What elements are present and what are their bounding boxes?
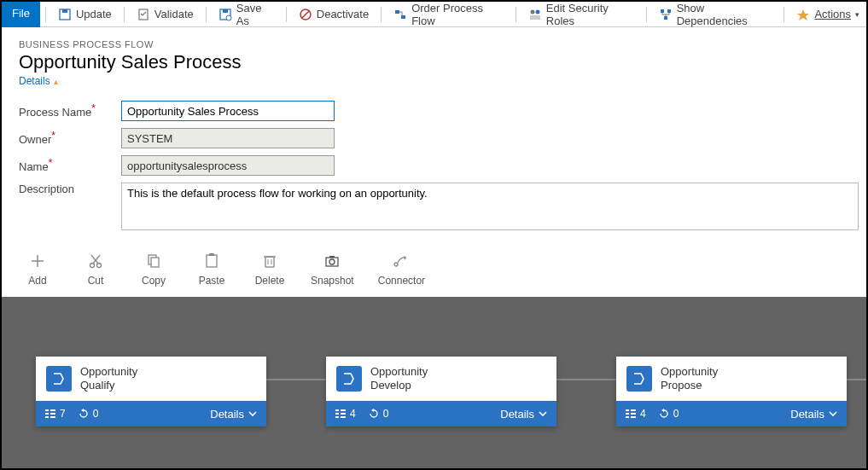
svg-rect-33 [329,256,335,258]
svg-rect-55 [631,416,636,418]
process-name-input[interactable] [121,101,335,121]
edit-security-label: Edit Security Roles [546,2,634,27]
separator [381,7,382,22]
designer-canvas[interactable]: OpportunityQualify 7 0 Details [2,297,866,470]
order-process-flow-button[interactable]: Order Process Flow [387,2,510,27]
stage-card[interactable]: OpportunityDevelop 4 0 Details [326,357,556,426]
stage-title: OpportunityDevelop [370,365,428,392]
stage-flag-icon [336,366,362,392]
step-count: 4 [625,408,646,420]
svg-point-20 [97,264,102,268]
deactivate-label: Deactivate [317,8,369,20]
stage-connector [266,379,326,380]
svg-rect-38 [45,416,49,418]
svg-rect-4 [223,9,228,13]
svg-rect-51 [626,413,629,415]
svg-rect-54 [631,413,636,415]
svg-rect-14 [667,9,671,13]
svg-marker-35 [404,256,406,260]
stage-details-button[interactable]: Details [500,408,548,421]
details-toggle[interactable]: Details ▴ [19,75,58,87]
description-input[interactable]: This is the default process flow for wor… [121,183,859,230]
page-title: Opportunity Sales Process [19,51,849,73]
stage-footer: 4 0 Details [326,401,556,426]
separator [516,7,516,22]
loop-icon [78,408,90,420]
chevron-down-icon [828,409,838,419]
svg-rect-40 [50,413,55,415]
chevron-down-icon [248,409,258,419]
order-flow-icon [393,8,407,21]
loop-icon [368,408,380,420]
svg-line-7 [302,11,309,18]
loop-icon [658,408,670,420]
svg-rect-48 [341,416,346,418]
separator [124,7,125,22]
svg-rect-52 [626,416,629,418]
connector-button[interactable]: Connector [378,252,425,287]
entity-type-label: BUSINESS PROCESS FLOW [19,39,849,49]
chevron-down-icon: ▾ [855,10,859,19]
svg-point-5 [226,15,231,20]
paste-button[interactable]: Paste [195,252,229,287]
branch-count: 0 [78,408,99,420]
file-menu[interactable]: File [2,2,40,27]
svg-rect-27 [265,257,274,267]
deactivate-button[interactable]: Deactivate [292,2,376,27]
steps-icon [625,408,637,420]
svg-rect-13 [661,9,664,13]
stage-flag-icon [46,366,72,392]
camera-icon [323,252,341,270]
stage-header: OpportunityPropose [616,357,847,401]
svg-rect-36 [45,409,49,411]
svg-marker-49 [371,409,374,412]
trash-icon [261,252,278,270]
stage-footer: 4 0 Details [616,401,847,426]
show-deps-label: Show Dependencies [677,2,772,27]
copy-button[interactable]: Copy [137,252,171,287]
svg-rect-12 [530,15,540,20]
owner-label: Owner* [19,130,121,146]
description-label: Description [19,183,121,195]
name-input[interactable] [121,155,335,176]
order-flow-label: Order Process Flow [411,2,504,27]
command-bar: File Update Validate Save As Deactivate … [2,2,866,27]
deactivate-icon [299,8,312,21]
page-header: BUSINESS PROCESS FLOW Opportunity Sales … [2,27,866,92]
designer-toolbar: Add Cut Copy Paste Delete Snapshot Conne… [2,246,866,297]
owner-input[interactable] [121,128,335,148]
step-count: 4 [335,408,356,420]
save-as-button[interactable]: Save As [212,2,281,27]
actions-menu[interactable]: Actions ▾ [789,2,866,27]
svg-point-11 [535,9,539,14]
svg-point-19 [90,264,95,268]
actions-label: Actions [814,8,851,20]
snapshot-button[interactable]: Snapshot [311,252,354,287]
svg-point-10 [530,9,534,14]
stage-card[interactable]: OpportunityQualify 7 0 Details [36,357,266,426]
svg-rect-39 [50,409,55,411]
stage-details-button[interactable]: Details [210,408,258,421]
steps-icon [335,408,347,420]
stage-details-button[interactable]: Details [790,408,838,421]
svg-rect-50 [626,409,629,411]
separator [45,7,46,22]
update-button[interactable]: Update [51,2,119,27]
delete-button[interactable]: Delete [253,252,287,287]
edit-security-roles-button[interactable]: Edit Security Roles [521,2,641,27]
show-dependencies-button[interactable]: Show Dependencies [652,2,779,27]
svg-rect-8 [395,10,399,14]
step-count: 7 [44,408,66,420]
validate-label: Validate [154,8,194,20]
add-button[interactable]: Add [20,252,55,287]
validate-button[interactable]: Validate [130,2,201,27]
branch-count: 0 [658,408,679,420]
cut-button[interactable]: Cut [79,252,113,287]
security-icon [528,8,542,21]
details-form: Process Name* Owner* Name* Description T… [2,92,866,246]
process-name-label: Process Name* [19,102,121,119]
svg-rect-43 [335,409,339,411]
stage-card[interactable]: OpportunityPropose 4 0 Details [616,357,847,426]
svg-rect-44 [335,413,339,415]
svg-rect-25 [207,255,217,267]
